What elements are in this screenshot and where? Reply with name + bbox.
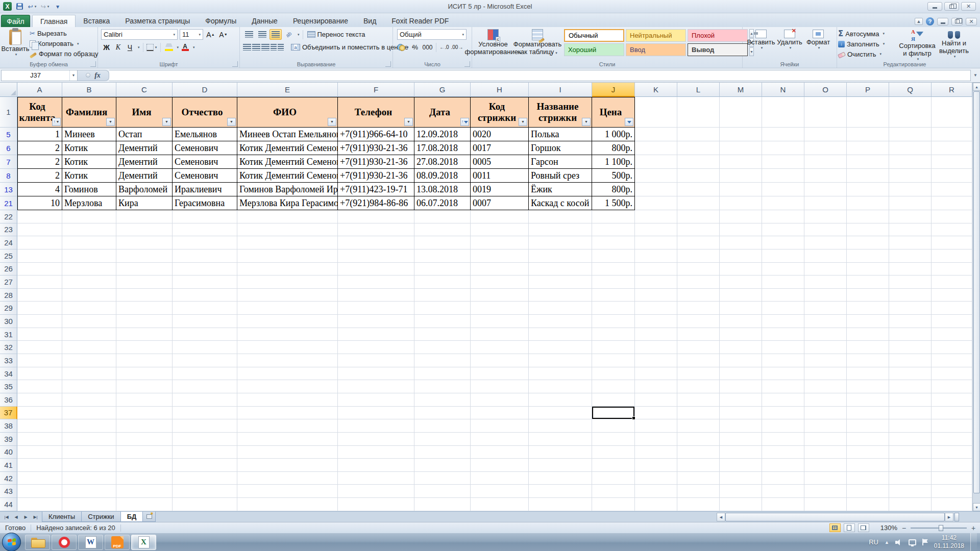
cell[interactable] <box>338 485 414 498</box>
cell[interactable] <box>762 459 804 472</box>
cell[interactable] <box>116 367 173 381</box>
cell[interactable]: 2 <box>17 155 62 169</box>
cell[interactable] <box>932 393 972 407</box>
cell[interactable] <box>847 169 889 183</box>
cell[interactable] <box>338 302 414 315</box>
cell[interactable] <box>237 315 338 328</box>
cell[interactable] <box>17 393 62 407</box>
cell[interactable] <box>414 354 471 367</box>
cell[interactable] <box>677 196 720 210</box>
clock[interactable]: 11:42 01.11.2018 <box>934 534 964 550</box>
cell[interactable] <box>635 419 677 433</box>
accounting-format-button[interactable]: ▾ <box>397 42 409 53</box>
cell[interactable]: +7(911)966-64-10 <box>338 128 414 141</box>
cell[interactable]: 2 <box>17 169 62 183</box>
cell[interactable] <box>62 210 116 223</box>
tab-split-handle[interactable] <box>954 513 959 521</box>
cell[interactable]: Емельянов <box>173 128 237 141</box>
cell[interactable] <box>889 276 932 289</box>
page-break-view-button[interactable] <box>858 523 869 532</box>
cell[interactable] <box>762 485 804 498</box>
cell[interactable]: Минеев Остап Емельянов <box>237 128 338 141</box>
cell[interactable] <box>804 249 847 263</box>
taskbar-button-foxit-pdf[interactable]: PDF <box>105 535 130 550</box>
cell[interactable] <box>720 196 762 210</box>
cell[interactable] <box>677 354 720 367</box>
cell[interactable] <box>471 367 529 381</box>
cell[interactable] <box>529 223 592 237</box>
cell[interactable] <box>847 367 889 381</box>
cell[interactable] <box>173 367 237 381</box>
cell[interactable] <box>471 302 529 315</box>
delete-cells-button[interactable]: Удалить▾ <box>775 29 804 50</box>
grow-font-button[interactable]: A▲ <box>205 29 216 40</box>
cell[interactable] <box>173 289 237 302</box>
cell[interactable] <box>847 380 889 393</box>
scroll-up-icon[interactable]: ▲ <box>973 83 980 91</box>
cell[interactable] <box>762 393 804 407</box>
table-header-cell[interactable]: Название стрижки▼ <box>529 97 592 128</box>
cell[interactable]: Котик <box>62 141 116 155</box>
cell[interactable]: 12.09.2018 <box>414 128 471 141</box>
cell[interactable] <box>804 210 847 223</box>
cell[interactable] <box>592 498 635 511</box>
cell[interactable] <box>677 328 720 341</box>
cell[interactable] <box>237 223 338 237</box>
row-header-29[interactable]: 29 <box>0 302 17 315</box>
cell[interactable] <box>932 354 972 367</box>
cell[interactable]: Мерзлова Кира Герасимовна <box>237 196 338 210</box>
cell[interactable]: Котик Дементий Семенович <box>237 155 338 169</box>
cell[interactable] <box>720 302 762 315</box>
cell[interactable] <box>173 446 237 459</box>
cell[interactable] <box>932 407 972 420</box>
cell[interactable] <box>804 183 847 196</box>
cell[interactable] <box>847 276 889 289</box>
cell[interactable] <box>762 341 804 354</box>
cell[interactable] <box>237 472 338 485</box>
cell[interactable]: 4 <box>17 183 62 196</box>
cell[interactable] <box>17 328 62 341</box>
ribbon-tab[interactable]: Вид <box>356 15 384 27</box>
cell[interactable] <box>173 210 237 223</box>
cell[interactable] <box>17 249 62 263</box>
cell[interactable] <box>762 419 804 433</box>
cell[interactable] <box>889 472 932 485</box>
cell-style-Обычный[interactable]: Обычный <box>564 29 624 42</box>
cell[interactable] <box>804 328 847 341</box>
cell[interactable] <box>762 210 804 223</box>
cell[interactable] <box>635 128 677 141</box>
cell[interactable] <box>62 223 116 237</box>
cell[interactable] <box>932 155 972 169</box>
cell[interactable]: 0011 <box>471 169 529 183</box>
cell[interactable]: 06.07.2018 <box>414 196 471 210</box>
cell[interactable] <box>414 263 471 276</box>
cell[interactable] <box>592 315 635 328</box>
cell[interactable]: Дементий <box>116 141 173 155</box>
table-header-cell[interactable]: Отчество▼ <box>173 97 237 128</box>
row-header-22[interactable]: 22 <box>0 210 17 223</box>
cell[interactable] <box>847 155 889 169</box>
cell[interactable] <box>237 263 338 276</box>
column-header-H[interactable]: H <box>471 83 529 97</box>
show-desktop-button[interactable] <box>970 533 977 551</box>
cell[interactable] <box>338 354 414 367</box>
cell[interactable]: Дементий <box>116 155 173 169</box>
column-header-A[interactable]: A <box>17 83 62 97</box>
cell[interactable]: Котик <box>62 169 116 183</box>
cell[interactable] <box>720 210 762 223</box>
cell[interactable] <box>592 236 635 249</box>
help-icon[interactable]: ? <box>926 17 934 26</box>
cell[interactable] <box>847 419 889 433</box>
cell[interactable] <box>338 446 414 459</box>
cell[interactable] <box>338 263 414 276</box>
cell[interactable] <box>677 393 720 407</box>
cell[interactable] <box>173 249 237 263</box>
cell[interactable] <box>17 380 62 393</box>
cell[interactable] <box>471 485 529 498</box>
cell[interactable] <box>635 380 677 393</box>
cell[interactable] <box>932 128 972 141</box>
cell[interactable]: 1 <box>17 128 62 141</box>
cell[interactable] <box>889 393 932 407</box>
cell[interactable] <box>889 328 932 341</box>
cell[interactable] <box>720 419 762 433</box>
